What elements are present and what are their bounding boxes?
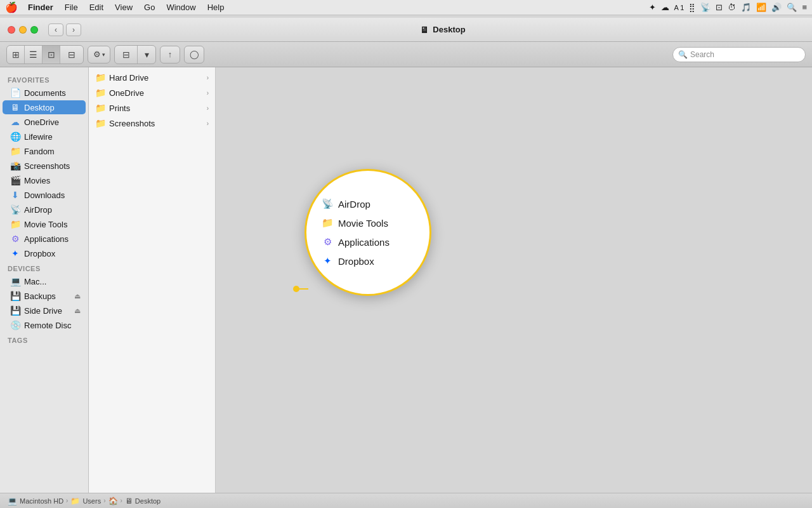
bc-macintoshhd[interactable]: 💻 Macintosh HD — [8, 497, 63, 505]
bulletlist-menubar-icon[interactable]: ≡ — [802, 3, 807, 12]
mac-icon: 💻 — [10, 276, 20, 286]
sidebar-item-label: Movies — [24, 176, 50, 185]
search-bar[interactable]: 🔍 Search — [672, 47, 806, 62]
timemachine-menubar-icon[interactable]: ⏱ — [728, 3, 736, 12]
sidebar-item-movies[interactable]: 🎬 Movies — [3, 173, 86, 187]
bc-sep2: › — [103, 497, 105, 504]
zoom-circle: 📡 AirDrop 📁 Movie Tools ⚙ Applications ✦… — [304, 169, 431, 296]
apple-menu-icon[interactable]: 🍎 — [5, 1, 18, 13]
arrange-btn[interactable]: ⊟ — [115, 46, 138, 64]
breadcrumb: 💻 Macintosh HD › 📁 Users › 🏠 › 🖥 Desktop — [8, 497, 160, 505]
menu-finder[interactable]: Finder — [23, 0, 58, 15]
eject-icon2[interactable]: ⏏ — [74, 307, 81, 315]
sidebar-item-onedrive[interactable]: ☁ OneDrive — [3, 115, 86, 129]
sidebar-item-mac[interactable]: 💻 Mac... — [3, 274, 86, 288]
content-area: 📡 AirDrop 📁 Movie Tools ⚙ Applications ✦… — [216, 67, 812, 493]
eject-icon[interactable]: ⏏ — [74, 292, 81, 300]
arrange-arrow-btn[interactable]: ▾ — [138, 46, 155, 64]
menu-window[interactable]: Window — [161, 0, 200, 15]
sidebar-item-backups[interactable]: 💾 Backups ⏏ — [3, 289, 86, 303]
sidebar-item-downloads[interactable]: ⬇ Downloads — [3, 188, 86, 202]
gear-button[interactable]: ⚙ ▾ — [88, 46, 110, 64]
arrange-group: ⊟ ▾ — [114, 45, 156, 64]
menu-view[interactable]: View — [110, 0, 138, 15]
title-bar: ‹ › 🖥 Desktop — [0, 18, 812, 42]
zoom-movietools-label: Movie Tools — [338, 218, 388, 229]
sidebar-item-remotedisc[interactable]: 💿 Remote Disc — [3, 318, 86, 332]
applications-icon: ⚙ — [10, 234, 20, 244]
wifi-menubar-icon[interactable]: 📶 — [756, 3, 766, 12]
signal-menubar-icon[interactable]: ⣿ — [689, 3, 695, 12]
sidebar-item-label: Downloads — [24, 190, 65, 200]
volume-menubar-icon[interactable]: 🔊 — [771, 3, 782, 12]
sidebar-item-lifewire[interactable]: 🌐 Lifewire — [3, 130, 86, 144]
tag-button[interactable]: ◯ — [184, 46, 204, 64]
sidebar-item-label: Remote Disc — [24, 321, 71, 330]
sidebar-item-documents[interactable]: 📄 Documents — [3, 86, 86, 100]
sidebar-item-label: Movie Tools — [24, 220, 67, 229]
zoom-item-applications: ⚙ Applications — [322, 236, 390, 248]
sidebar-item-label: Fandom — [24, 147, 55, 156]
minimize-button[interactable] — [19, 26, 27, 34]
sidebar: Favorites 📄 Documents 🖥 Desktop ☁ OneDri… — [0, 67, 89, 493]
sidebar-item-label: Side Drive — [24, 306, 62, 316]
fullscreen-button[interactable] — [30, 26, 38, 34]
view-list-btn[interactable]: ☰ — [25, 46, 43, 64]
bc-home[interactable]: 🏠 — [108, 497, 118, 505]
backups-icon: 💾 — [10, 291, 20, 301]
sidebar-item-sidedrive[interactable]: 💾 Side Drive ⏏ — [3, 304, 86, 318]
screenshots-chevron: › — [207, 120, 209, 127]
sidebar-item-screenshots[interactable]: 📸 Screenshots — [3, 159, 86, 173]
file-item-onedrive[interactable]: 📁 OneDrive › — [89, 85, 215, 100]
back-button[interactable]: ‹ — [48, 23, 63, 36]
close-button[interactable] — [8, 26, 15, 34]
sidebar-item-airdrop[interactable]: 📡 AirDrop — [3, 203, 86, 217]
gear-icon: ⚙ — [93, 50, 101, 59]
bluetooth-menubar-icon[interactable]: 🎵 — [741, 3, 751, 12]
search-menubar-icon[interactable]: 🔍 — [787, 3, 797, 12]
dropbox-menubar-icon[interactable]: ✦ — [649, 3, 656, 12]
airport-menubar-icon[interactable]: 📡 — [700, 3, 710, 12]
onedrive-icon: ☁ — [10, 117, 20, 127]
prints-folder-icon: 📁 — [95, 103, 105, 113]
file-item-harddrive[interactable]: 📁 Hard Drive › — [89, 70, 215, 85]
airplay-menubar-icon[interactable]: ⊡ — [716, 3, 723, 12]
sidebar-item-label: AirDrop — [24, 205, 52, 215]
menu-edit[interactable]: Edit — [84, 0, 108, 15]
bc-desktop[interactable]: 🖥 Desktop — [125, 497, 160, 505]
sidebar-item-movietools[interactable]: 📁 Movie Tools — [3, 217, 86, 231]
icloud-menubar-icon[interactable]: ☁ — [661, 3, 669, 12]
movietools-icon: 📁 — [10, 219, 20, 229]
airdrop-icon: 📡 — [10, 204, 20, 215]
menu-go[interactable]: Go — [139, 0, 160, 15]
file-item-screenshots[interactable]: 📁 Screenshots › — [89, 116, 215, 131]
sidebar-item-desktop[interactable]: 🖥 Desktop — [3, 100, 86, 114]
traffic-lights — [8, 26, 38, 34]
view-icon-btn[interactable]: ⊞ — [7, 46, 25, 64]
bc-users[interactable]: 📁 Users — [70, 497, 101, 505]
file-item-prints[interactable]: 📁 Prints › — [89, 100, 215, 116]
bc-sep3: › — [121, 497, 122, 504]
menu-help[interactable]: Help — [202, 0, 230, 15]
sidebar-item-applications[interactable]: ⚙ Applications — [3, 232, 86, 246]
menubar: 🍎 Finder File Edit View Go Window Help ✦… — [0, 0, 812, 15]
share-button[interactable]: ↑ — [160, 46, 180, 64]
forward-button[interactable]: › — [66, 23, 81, 36]
remotedisc-icon: 💿 — [10, 320, 20, 330]
view-coverflow-btn[interactable]: ⊟ — [60, 46, 83, 64]
view-column-btn[interactable]: ⊡ — [43, 46, 60, 64]
harddrive-folder-icon: 📁 — [95, 72, 105, 83]
sidebar-item-label: Lifewire — [24, 132, 53, 142]
zoom-item-movietools: 📁 Movie Tools — [322, 217, 388, 229]
sidedrive-icon: 💾 — [10, 305, 20, 316]
annotation-line — [296, 288, 308, 290]
screenshots-icon: 📸 — [10, 161, 20, 171]
type1-menubar-icon[interactable]: A 1 — [674, 4, 684, 11]
prints-chevron: › — [207, 105, 209, 112]
sidebar-item-label: Applications — [24, 234, 69, 244]
sidebar-item-dropbox[interactable]: ✦ Dropbox — [3, 246, 86, 260]
sidebar-item-label: Screenshots — [24, 161, 70, 171]
sidebar-item-fandom[interactable]: 📁 Fandom — [3, 144, 86, 158]
menu-file[interactable]: File — [60, 0, 83, 15]
tags-section-label: Tags — [0, 333, 88, 345]
